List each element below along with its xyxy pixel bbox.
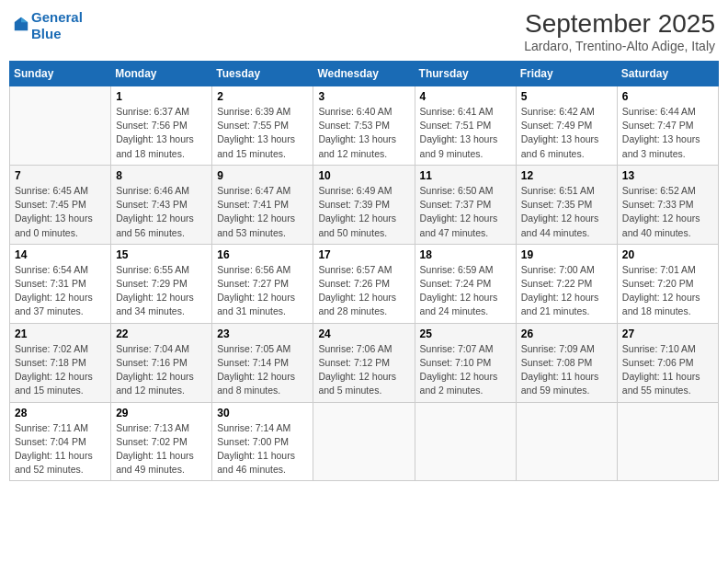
calendar-cell: 5Sunrise: 6:42 AMSunset: 7:49 PMDaylight… — [516, 86, 617, 166]
day-number: 21 — [15, 327, 106, 340]
day-number: 23 — [217, 327, 308, 340]
day-number: 22 — [116, 327, 207, 340]
calendar-cell: 2Sunrise: 6:39 AMSunset: 7:55 PMDaylight… — [212, 86, 313, 166]
calendar-cell — [313, 402, 415, 481]
day-info: Sunrise: 7:11 AMSunset: 7:04 PMDaylight:… — [15, 421, 106, 477]
day-number: 20 — [622, 248, 713, 261]
header-day-sunday: Sunday — [10, 62, 111, 86]
week-row-3: 14Sunrise: 6:54 AMSunset: 7:31 PMDayligh… — [10, 244, 719, 323]
day-info: Sunrise: 6:49 AMSunset: 7:39 PMDaylight:… — [318, 184, 409, 240]
day-number: 29 — [116, 407, 207, 419]
day-number: 27 — [622, 327, 713, 340]
day-number: 15 — [116, 248, 207, 261]
calendar-cell: 28Sunrise: 7:11 AMSunset: 7:04 PMDayligh… — [10, 402, 111, 481]
calendar-cell: 17Sunrise: 6:57 AMSunset: 7:26 PMDayligh… — [313, 244, 415, 323]
day-number: 19 — [521, 248, 612, 261]
day-number: 11 — [420, 169, 511, 182]
day-number: 12 — [521, 169, 612, 182]
calendar-table: SundayMondayTuesdayWednesdayThursdayFrid… — [9, 61, 719, 481]
calendar-cell: 24Sunrise: 7:06 AMSunset: 7:12 PMDayligh… — [313, 323, 415, 402]
day-info: Sunrise: 7:02 AMSunset: 7:18 PMDaylight:… — [15, 342, 106, 398]
week-row-1: 1Sunrise: 6:37 AMSunset: 7:56 PMDaylight… — [10, 86, 719, 166]
calendar-cell — [617, 402, 718, 481]
day-info: Sunrise: 7:07 AMSunset: 7:10 PMDaylight:… — [420, 342, 511, 398]
day-number: 28 — [15, 407, 106, 419]
calendar-cell: 9Sunrise: 6:47 AMSunset: 7:41 PMDaylight… — [212, 165, 313, 244]
day-number: 9 — [217, 169, 308, 182]
calendar-header: SundayMondayTuesdayWednesdayThursdayFrid… — [10, 62, 719, 86]
calendar-cell — [516, 402, 617, 481]
calendar-cell: 26Sunrise: 7:09 AMSunset: 7:08 PMDayligh… — [516, 323, 617, 402]
week-row-2: 7Sunrise: 6:45 AMSunset: 7:45 PMDaylight… — [10, 165, 719, 244]
day-info: Sunrise: 6:37 AMSunset: 7:56 PMDaylight:… — [116, 105, 207, 161]
header-day-saturday: Saturday — [617, 62, 718, 86]
day-info: Sunrise: 6:46 AMSunset: 7:43 PMDaylight:… — [116, 184, 207, 240]
day-info: Sunrise: 6:42 AMSunset: 7:49 PMDaylight:… — [521, 105, 612, 161]
day-info: Sunrise: 6:54 AMSunset: 7:31 PMDaylight:… — [15, 263, 106, 319]
day-number: 30 — [217, 407, 308, 419]
calendar-cell: 15Sunrise: 6:55 AMSunset: 7:29 PMDayligh… — [111, 244, 212, 323]
header-day-friday: Friday — [516, 62, 617, 86]
day-number: 7 — [15, 169, 106, 182]
day-info: Sunrise: 6:39 AMSunset: 7:55 PMDaylight:… — [217, 105, 308, 161]
day-number: 8 — [116, 169, 207, 182]
day-number: 1 — [116, 90, 207, 103]
calendar-cell: 18Sunrise: 6:59 AMSunset: 7:24 PMDayligh… — [415, 244, 516, 323]
day-info: Sunrise: 6:52 AMSunset: 7:33 PMDaylight:… — [622, 184, 713, 240]
header-day-wednesday: Wednesday — [313, 62, 415, 86]
calendar-cell: 19Sunrise: 7:00 AMSunset: 7:22 PMDayligh… — [516, 244, 617, 323]
day-info: Sunrise: 6:51 AMSunset: 7:35 PMDaylight:… — [521, 184, 612, 240]
header-day-monday: Monday — [111, 62, 212, 86]
calendar-cell: 20Sunrise: 7:01 AMSunset: 7:20 PMDayligh… — [617, 244, 718, 323]
day-number: 4 — [420, 90, 511, 103]
calendar-cell: 4Sunrise: 6:41 AMSunset: 7:51 PMDaylight… — [415, 86, 516, 166]
logo-icon — [13, 16, 29, 32]
calendar-cell: 13Sunrise: 6:52 AMSunset: 7:33 PMDayligh… — [617, 165, 718, 244]
day-info: Sunrise: 7:06 AMSunset: 7:12 PMDaylight:… — [318, 342, 409, 398]
day-number: 17 — [318, 248, 409, 261]
logo-line2: Blue — [31, 26, 62, 41]
day-info: Sunrise: 6:40 AMSunset: 7:53 PMDaylight:… — [318, 105, 409, 161]
calendar-cell: 12Sunrise: 6:51 AMSunset: 7:35 PMDayligh… — [516, 165, 617, 244]
day-info: Sunrise: 6:44 AMSunset: 7:47 PMDaylight:… — [622, 105, 713, 161]
day-info: Sunrise: 7:00 AMSunset: 7:22 PMDaylight:… — [521, 263, 612, 319]
day-number: 18 — [420, 248, 511, 261]
day-info: Sunrise: 6:47 AMSunset: 7:41 PMDaylight:… — [217, 184, 308, 240]
day-number: 26 — [521, 327, 612, 340]
day-number: 2 — [217, 90, 308, 103]
day-number: 13 — [622, 169, 713, 182]
calendar-cell: 11Sunrise: 6:50 AMSunset: 7:37 PMDayligh… — [415, 165, 516, 244]
day-info: Sunrise: 7:05 AMSunset: 7:14 PMDaylight:… — [217, 342, 308, 398]
week-row-4: 21Sunrise: 7:02 AMSunset: 7:18 PMDayligh… — [10, 323, 719, 402]
day-info: Sunrise: 6:41 AMSunset: 7:51 PMDaylight:… — [420, 105, 511, 161]
day-number: 3 — [318, 90, 409, 103]
calendar-cell: 22Sunrise: 7:04 AMSunset: 7:16 PMDayligh… — [111, 323, 212, 402]
week-row-5: 28Sunrise: 7:11 AMSunset: 7:04 PMDayligh… — [10, 402, 719, 481]
calendar-cell: 6Sunrise: 6:44 AMSunset: 7:47 PMDaylight… — [617, 86, 718, 166]
calendar-cell: 23Sunrise: 7:05 AMSunset: 7:14 PMDayligh… — [212, 323, 313, 402]
day-number: 14 — [15, 248, 106, 261]
header-day-tuesday: Tuesday — [212, 62, 313, 86]
page-header: General Blue September 2025 Lardaro, Tre… — [9, 9, 719, 53]
subtitle: Lardaro, Trentino-Alto Adige, Italy — [524, 39, 715, 53]
title-block: September 2025 Lardaro, Trentino-Alto Ad… — [524, 9, 715, 53]
calendar-cell — [415, 402, 516, 481]
main-title: September 2025 — [524, 9, 715, 39]
day-number: 10 — [318, 169, 409, 182]
calendar-cell: 1Sunrise: 6:37 AMSunset: 7:56 PMDaylight… — [111, 86, 212, 166]
day-info: Sunrise: 7:13 AMSunset: 7:02 PMDaylight:… — [116, 421, 207, 477]
day-info: Sunrise: 6:57 AMSunset: 7:26 PMDaylight:… — [318, 263, 409, 319]
calendar-body: 1Sunrise: 6:37 AMSunset: 7:56 PMDaylight… — [10, 86, 719, 481]
logo-line1: General — [31, 9, 83, 25]
calendar-cell: 16Sunrise: 6:56 AMSunset: 7:27 PMDayligh… — [212, 244, 313, 323]
header-row: SundayMondayTuesdayWednesdayThursdayFrid… — [10, 62, 719, 86]
day-info: Sunrise: 6:55 AMSunset: 7:29 PMDaylight:… — [116, 263, 207, 319]
calendar-cell — [10, 86, 111, 166]
logo: General Blue — [13, 9, 83, 42]
calendar-cell: 14Sunrise: 6:54 AMSunset: 7:31 PMDayligh… — [10, 244, 111, 323]
day-info: Sunrise: 6:45 AMSunset: 7:45 PMDaylight:… — [15, 184, 106, 240]
day-info: Sunrise: 7:01 AMSunset: 7:20 PMDaylight:… — [622, 263, 713, 319]
day-number: 5 — [521, 90, 612, 103]
day-number: 25 — [420, 327, 511, 340]
header-day-thursday: Thursday — [415, 62, 516, 86]
